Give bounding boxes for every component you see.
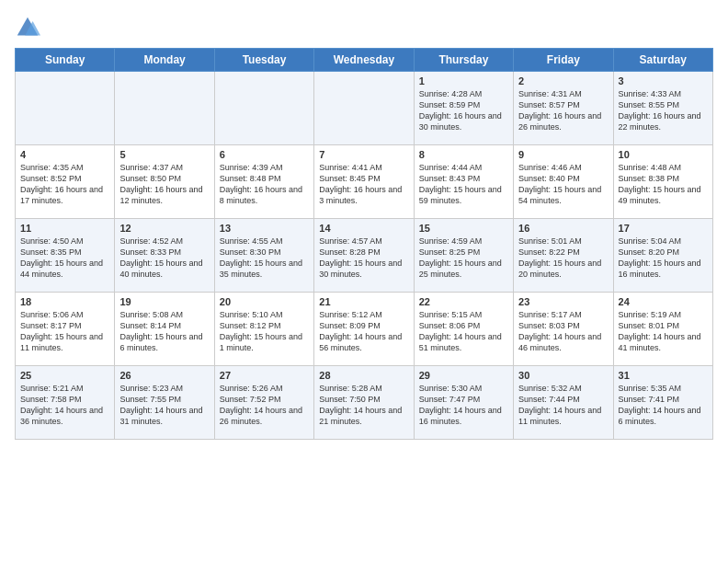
logo <box>15 15 42 40</box>
cell-content: Sunrise: 5:19 AM Sunset: 8:01 PM Dayligh… <box>619 309 708 354</box>
day-header-thursday: Thursday <box>414 49 513 72</box>
cell-content: Sunrise: 4:33 AM Sunset: 8:55 PM Dayligh… <box>619 88 708 133</box>
calendar-cell <box>214 72 313 145</box>
calendar-cell: 11Sunrise: 4:50 AM Sunset: 8:35 PM Dayli… <box>16 219 115 293</box>
week-row-4: 18Sunrise: 5:06 AM Sunset: 8:17 PM Dayli… <box>16 293 713 366</box>
day-number: 10 <box>619 149 708 160</box>
cell-content: Sunrise: 5:21 AM Sunset: 7:58 PM Dayligh… <box>20 383 109 428</box>
day-number: 1 <box>419 75 508 86</box>
calendar-table: SundayMondayTuesdayWednesdayThursdayFrid… <box>15 48 713 440</box>
calendar-cell: 15Sunrise: 4:59 AM Sunset: 8:25 PM Dayli… <box>414 219 513 293</box>
cell-content: Sunrise: 5:04 AM Sunset: 8:20 PM Dayligh… <box>619 236 708 281</box>
day-number: 27 <box>220 370 309 381</box>
cell-content: Sunrise: 5:30 AM Sunset: 7:47 PM Dayligh… <box>419 383 508 428</box>
calendar-cell: 24Sunrise: 5:19 AM Sunset: 8:01 PM Dayli… <box>613 293 712 366</box>
calendar-cell: 5Sunrise: 4:37 AM Sunset: 8:50 PM Daylig… <box>115 145 214 219</box>
cell-content: Sunrise: 5:35 AM Sunset: 7:41 PM Dayligh… <box>619 383 708 428</box>
day-number: 21 <box>319 296 408 307</box>
day-header-sunday: Sunday <box>16 49 115 72</box>
day-number: 18 <box>20 296 109 307</box>
cell-content: Sunrise: 5:28 AM Sunset: 7:50 PM Dayligh… <box>319 383 408 428</box>
calendar-cell: 2Sunrise: 4:31 AM Sunset: 8:57 PM Daylig… <box>514 72 613 145</box>
calendar-cell: 19Sunrise: 5:08 AM Sunset: 8:14 PM Dayli… <box>115 293 214 366</box>
day-number: 26 <box>119 370 209 381</box>
calendar-cell: 21Sunrise: 5:12 AM Sunset: 8:09 PM Dayli… <box>314 293 414 366</box>
day-number: 22 <box>419 296 508 307</box>
calendar-cell: 22Sunrise: 5:15 AM Sunset: 8:06 PM Dayli… <box>414 293 513 366</box>
cell-content: Sunrise: 4:41 AM Sunset: 8:45 PM Dayligh… <box>319 162 408 207</box>
cell-content: Sunrise: 5:10 AM Sunset: 8:12 PM Dayligh… <box>220 309 309 354</box>
cell-content: Sunrise: 4:39 AM Sunset: 8:48 PM Dayligh… <box>220 162 309 207</box>
day-number: 29 <box>419 370 508 381</box>
logo-icon <box>15 15 40 40</box>
week-row-2: 4Sunrise: 4:35 AM Sunset: 8:52 PM Daylig… <box>16 145 713 219</box>
day-header-monday: Monday <box>115 49 214 72</box>
day-number: 6 <box>220 149 309 160</box>
day-header-wednesday: Wednesday <box>314 49 414 72</box>
cell-content: Sunrise: 4:31 AM Sunset: 8:57 PM Dayligh… <box>518 88 608 133</box>
calendar-cell: 27Sunrise: 5:26 AM Sunset: 7:52 PM Dayli… <box>214 366 313 440</box>
cell-content: Sunrise: 4:37 AM Sunset: 8:50 PM Dayligh… <box>119 162 209 207</box>
day-number: 13 <box>220 223 309 234</box>
calendar-cell: 14Sunrise: 4:57 AM Sunset: 8:28 PM Dayli… <box>314 219 414 293</box>
day-number: 23 <box>518 296 608 307</box>
calendar-cell: 13Sunrise: 4:55 AM Sunset: 8:30 PM Dayli… <box>214 219 313 293</box>
day-number: 14 <box>319 223 408 234</box>
day-number: 28 <box>319 370 408 381</box>
day-number: 16 <box>518 223 608 234</box>
calendar-cell: 6Sunrise: 4:39 AM Sunset: 8:48 PM Daylig… <box>214 145 313 219</box>
calendar-cell: 3Sunrise: 4:33 AM Sunset: 8:55 PM Daylig… <box>613 72 712 145</box>
cell-content: Sunrise: 5:08 AM Sunset: 8:14 PM Dayligh… <box>119 309 209 354</box>
day-number: 8 <box>419 149 508 160</box>
cell-content: Sunrise: 4:28 AM Sunset: 8:59 PM Dayligh… <box>419 88 508 133</box>
cell-content: Sunrise: 5:01 AM Sunset: 8:22 PM Dayligh… <box>518 236 608 281</box>
week-row-3: 11Sunrise: 4:50 AM Sunset: 8:35 PM Dayli… <box>16 219 713 293</box>
calendar-cell: 10Sunrise: 4:48 AM Sunset: 8:38 PM Dayli… <box>613 145 712 219</box>
cell-content: Sunrise: 5:17 AM Sunset: 8:03 PM Dayligh… <box>518 309 608 354</box>
day-number: 20 <box>220 296 309 307</box>
cell-content: Sunrise: 5:23 AM Sunset: 7:55 PM Dayligh… <box>119 383 209 428</box>
calendar-cell: 25Sunrise: 5:21 AM Sunset: 7:58 PM Dayli… <box>16 366 115 440</box>
cell-content: Sunrise: 4:35 AM Sunset: 8:52 PM Dayligh… <box>20 162 109 207</box>
day-header-friday: Friday <box>514 49 613 72</box>
calendar-cell: 12Sunrise: 4:52 AM Sunset: 8:33 PM Dayli… <box>115 219 214 293</box>
calendar-cell: 30Sunrise: 5:32 AM Sunset: 7:44 PM Dayli… <box>514 366 613 440</box>
calendar-cell: 28Sunrise: 5:28 AM Sunset: 7:50 PM Dayli… <box>314 366 414 440</box>
calendar-cell: 16Sunrise: 5:01 AM Sunset: 8:22 PM Dayli… <box>514 219 613 293</box>
day-number: 2 <box>518 75 608 86</box>
cell-content: Sunrise: 4:52 AM Sunset: 8:33 PM Dayligh… <box>119 236 209 281</box>
calendar-cell: 26Sunrise: 5:23 AM Sunset: 7:55 PM Dayli… <box>115 366 214 440</box>
calendar-header-row: SundayMondayTuesdayWednesdayThursdayFrid… <box>16 49 713 72</box>
day-number: 31 <box>619 370 708 381</box>
day-number: 30 <box>518 370 608 381</box>
cell-content: Sunrise: 5:15 AM Sunset: 8:06 PM Dayligh… <box>419 309 508 354</box>
calendar-cell: 20Sunrise: 5:10 AM Sunset: 8:12 PM Dayli… <box>214 293 313 366</box>
day-number: 9 <box>518 149 608 160</box>
calendar-cell: 9Sunrise: 4:46 AM Sunset: 8:40 PM Daylig… <box>514 145 613 219</box>
cell-content: Sunrise: 4:48 AM Sunset: 8:38 PM Dayligh… <box>619 162 708 207</box>
day-number: 3 <box>619 75 708 86</box>
day-number: 12 <box>119 223 209 234</box>
cell-content: Sunrise: 4:55 AM Sunset: 8:30 PM Dayligh… <box>220 236 309 281</box>
day-number: 7 <box>319 149 408 160</box>
cell-content: Sunrise: 5:26 AM Sunset: 7:52 PM Dayligh… <box>220 383 309 428</box>
page-header <box>15 15 713 40</box>
cell-content: Sunrise: 4:46 AM Sunset: 8:40 PM Dayligh… <box>518 162 608 207</box>
cell-content: Sunrise: 4:44 AM Sunset: 8:43 PM Dayligh… <box>419 162 508 207</box>
calendar-cell: 4Sunrise: 4:35 AM Sunset: 8:52 PM Daylig… <box>16 145 115 219</box>
calendar-cell: 29Sunrise: 5:30 AM Sunset: 7:47 PM Dayli… <box>414 366 513 440</box>
calendar-cell <box>115 72 214 145</box>
cell-content: Sunrise: 5:12 AM Sunset: 8:09 PM Dayligh… <box>319 309 408 354</box>
cell-content: Sunrise: 4:50 AM Sunset: 8:35 PM Dayligh… <box>20 236 109 281</box>
calendar-cell <box>16 72 115 145</box>
cell-content: Sunrise: 4:57 AM Sunset: 8:28 PM Dayligh… <box>319 236 408 281</box>
day-number: 4 <box>20 149 109 160</box>
calendar-cell: 23Sunrise: 5:17 AM Sunset: 8:03 PM Dayli… <box>514 293 613 366</box>
week-row-1: 1Sunrise: 4:28 AM Sunset: 8:59 PM Daylig… <box>16 72 713 145</box>
day-number: 19 <box>119 296 209 307</box>
calendar-cell: 31Sunrise: 5:35 AM Sunset: 7:41 PM Dayli… <box>613 366 712 440</box>
day-number: 11 <box>20 223 109 234</box>
calendar-cell: 17Sunrise: 5:04 AM Sunset: 8:20 PM Dayli… <box>613 219 712 293</box>
calendar-cell: 1Sunrise: 4:28 AM Sunset: 8:59 PM Daylig… <box>414 72 513 145</box>
day-number: 25 <box>20 370 109 381</box>
